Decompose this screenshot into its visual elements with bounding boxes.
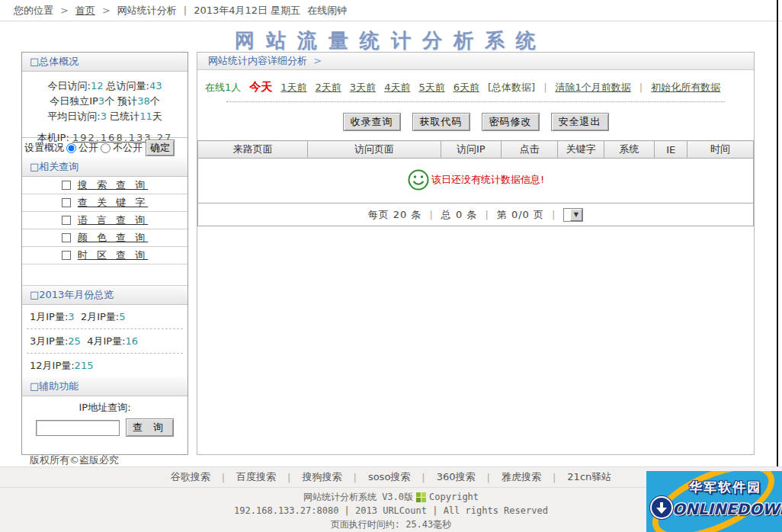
checkbox[interactable] xyxy=(62,233,71,242)
pipe-separator: | xyxy=(487,472,490,483)
checkbox[interactable] xyxy=(62,216,71,225)
ip-query-label: IP地址查询: xyxy=(22,396,187,415)
sidebar-link-label[interactable]: 查 关 键 字 xyxy=(78,196,148,210)
tab-1-day-ago[interactable]: 1天前 xyxy=(280,81,306,95)
col-visitor-ip: 访问IP xyxy=(441,141,501,159)
date-text: 2013年4月12日 星期五 xyxy=(194,4,300,18)
page-number-text: 第 0/0 页 xyxy=(497,208,544,222)
tab-today[interactable]: 今天 xyxy=(249,80,272,95)
sidebar-item-language-query[interactable]: 语 言 查 询 xyxy=(22,212,187,229)
ip-query-button[interactable]: 查 询 xyxy=(126,418,174,437)
breadcrumb-home-link[interactable]: 首页 xyxy=(75,4,95,18)
inclusion-query-button[interactable]: 收录查询 xyxy=(343,113,401,131)
pipe-separator: | xyxy=(222,472,225,483)
col-referrer-page: 来路页面 xyxy=(198,141,308,159)
ip-query-form: 查 询 xyxy=(22,415,187,440)
sidebar-section-aux-header: □辅助功能 xyxy=(22,377,187,396)
footer-copyright-word: Copyright xyxy=(429,490,479,504)
windows-icon xyxy=(416,492,426,502)
stats-line-today: 今日访问:12 总访问量:43 xyxy=(22,79,187,94)
logo-english-text: ONLINEDOWN.NET xyxy=(672,500,782,518)
tab-4-days-ago[interactable]: 4天前 xyxy=(384,81,410,95)
pipe-separator: | xyxy=(543,82,546,93)
page-select-dropdown[interactable]: ▼ xyxy=(563,208,583,222)
stat-label: 今日独立IP xyxy=(50,95,98,107)
privacy-label: 设置概况 xyxy=(24,141,64,155)
download-arrow-icon xyxy=(650,496,673,519)
day-tab-row: 在线1人 今天 1天前 2天前 3天前 4天前 5天前 6天前 [总体数据] |… xyxy=(197,70,754,101)
init-all-data-link[interactable]: 初始化所有数据 xyxy=(651,81,720,95)
action-button-row: 收录查询 获取代码 密码修改 安全退出 xyxy=(197,113,754,131)
month-value: 3 xyxy=(68,311,74,322)
logo-chinese-text: 华军软件园 xyxy=(689,479,761,496)
tab-2-days-ago[interactable]: 2天前 xyxy=(316,81,341,95)
month-value: 25 xyxy=(68,335,81,347)
stat-label: 个 xyxy=(150,95,160,107)
footer-link-21cn[interactable]: 21cn驿站 xyxy=(567,470,611,484)
sidebar-item-timezone-query[interactable]: 时 区 查 询 xyxy=(22,247,187,264)
footer-link-360[interactable]: 360搜索 xyxy=(437,470,476,484)
footer-link-baidu[interactable]: 百度搜索 xyxy=(236,470,276,484)
checkbox[interactable] xyxy=(62,198,71,207)
checkbox[interactable] xyxy=(62,181,71,190)
footer-link-sogou[interactable]: 搜狗搜索 xyxy=(303,470,342,484)
tab-6-days-ago[interactable]: 6天前 xyxy=(453,81,479,95)
online-clock-link[interactable]: 在线闹钟 xyxy=(307,4,347,18)
pipe-separator: | xyxy=(485,209,489,220)
checkbox[interactable] xyxy=(62,251,71,260)
ip-query-input[interactable] xyxy=(36,420,120,436)
sidebar-section-overview-header: □总体概况 xyxy=(22,53,187,72)
sidebar-item-color-query[interactable]: 颜 色 查 询 xyxy=(22,229,187,247)
stat-label: 天 xyxy=(152,111,162,122)
privacy-private-label: 不公开 xyxy=(113,141,143,155)
sidebar-section-monthly-header: □2013年月份总览 xyxy=(22,286,187,305)
privacy-public-radio[interactable] xyxy=(66,143,76,153)
sidebar-link-label[interactable]: 语 言 查 询 xyxy=(78,213,148,227)
breadcrumb: 您的位置 > 首页 > 网站统计分析 | 2013年4月12日 星期五 在线闹钟 xyxy=(0,0,782,21)
footer-link-soso[interactable]: soso搜索 xyxy=(368,470,410,484)
empty-data-row: 该日还没有统计数据信息! xyxy=(198,159,754,204)
chevron-down-icon: ▼ xyxy=(570,209,582,221)
clear-month-data-link[interactable]: 清除1个月前数据 xyxy=(556,81,631,95)
sidebar-link-label[interactable]: 时 区 查 询 xyxy=(78,248,148,262)
logout-button[interactable]: 安全退出 xyxy=(551,113,609,131)
footer-app-version: 网站统计分析系统 V3.0版 xyxy=(303,490,413,504)
monthly-row: 12月IP量:215 xyxy=(22,354,187,377)
sidebar-link-label[interactable]: 搜 索 查 询 xyxy=(78,178,148,192)
logo-en-word: ONLINEDOWN xyxy=(672,500,782,518)
stat-value: 38 xyxy=(137,95,150,107)
footer-link-google[interactable]: 谷歌搜索 xyxy=(171,470,210,484)
breadcrumb-separator: > xyxy=(60,5,69,16)
table-header-row: 来路页面 访问页面 访问IP 点击 关键字 系统 IE 时间 xyxy=(198,141,754,159)
sidebar-copyright: 版权所有©盗版必究 xyxy=(22,440,187,467)
monthly-row: 1月IP量:3 2月IP量:5 xyxy=(22,305,187,328)
breadcrumb-prefix: 您的位置 xyxy=(14,4,53,18)
pipe-separator: | xyxy=(421,472,425,483)
onlinedown-logo[interactable]: 华军软件园 ONLINEDOWN.NET xyxy=(646,471,782,532)
breadcrumb-divider: | xyxy=(184,5,187,16)
confirm-button[interactable]: 确定 xyxy=(146,139,175,156)
footer-link-yahoo[interactable]: 雅虎搜索 xyxy=(502,470,541,484)
month-value: 16 xyxy=(125,335,138,347)
privacy-private-radio[interactable] xyxy=(101,143,111,153)
pipe-separator: | xyxy=(354,472,357,483)
stat-label: 个 预计 xyxy=(104,95,137,107)
pipe-separator: | xyxy=(639,82,643,93)
total-data-link[interactable]: [总体数据] xyxy=(488,81,535,95)
panel-header: 网站统计内容详细分析 > xyxy=(197,53,754,70)
get-code-button[interactable]: 获取代码 xyxy=(412,113,470,131)
sidebar-item-search-query[interactable]: 搜 索 查 询 xyxy=(22,177,187,194)
tab-5-days-ago[interactable]: 5天前 xyxy=(418,81,444,95)
month-label: 3月IP量: xyxy=(30,335,68,347)
month-label: 1月IP量: xyxy=(30,311,68,322)
pipe-separator: | xyxy=(287,472,290,483)
col-clicks: 点击 xyxy=(502,141,558,159)
change-password-button[interactable]: 密码修改 xyxy=(482,113,540,131)
sidebar-item-keyword-query[interactable]: 查 关 键 字 xyxy=(22,194,187,212)
tab-3-days-ago[interactable]: 3天前 xyxy=(350,81,376,95)
dotted-divider xyxy=(226,101,725,102)
sidebar-link-label[interactable]: 颜 色 查 询 xyxy=(78,231,148,245)
right-edge-line xyxy=(777,0,778,471)
col-time: 时间 xyxy=(687,141,754,159)
pipe-separator: | xyxy=(429,209,433,220)
